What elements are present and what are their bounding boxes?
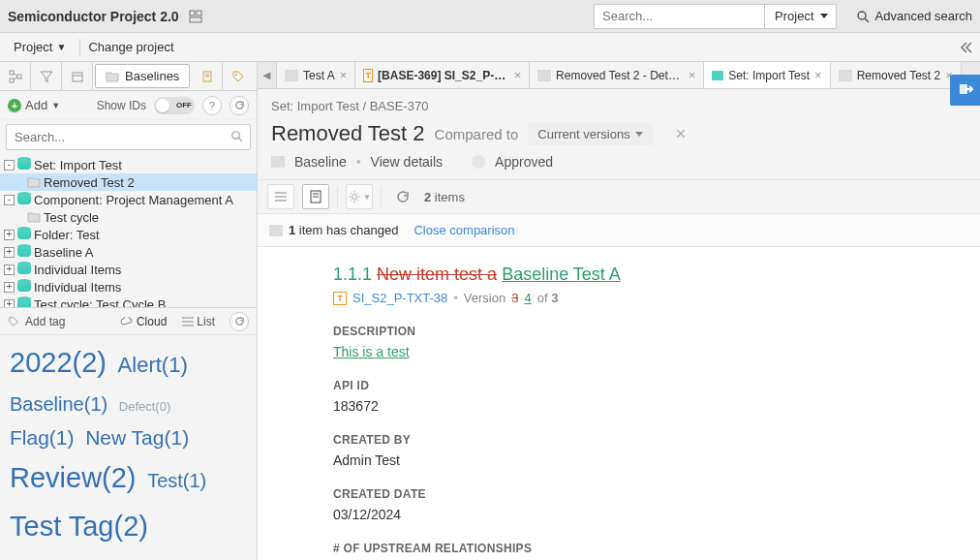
approval-status-dot xyxy=(472,155,485,169)
close-icon[interactable]: × xyxy=(514,68,522,82)
expand-toggle[interactable]: + xyxy=(4,299,15,308)
tab-scroll-left[interactable]: ◄ xyxy=(258,62,277,88)
svg-point-26 xyxy=(352,195,357,200)
svg-line-32 xyxy=(357,200,358,201)
close-icon[interactable]: × xyxy=(689,68,696,82)
editor-tab[interactable]: Removed Test 2 - Details× xyxy=(530,62,704,88)
tree-row[interactable]: Removed Test 2 xyxy=(0,173,257,191)
help-button[interactable]: ? xyxy=(202,96,222,115)
editor-tab[interactable]: Set: Import Test× xyxy=(704,62,830,88)
advanced-search-label: Advanced search xyxy=(875,9,972,23)
tag-cloud-item[interactable]: Defect(0) xyxy=(119,396,170,418)
tag-cloud-item[interactable]: Flag(1) xyxy=(10,420,75,455)
expand-toggle[interactable]: + xyxy=(4,247,15,258)
folder-icon xyxy=(106,71,119,82)
tag-cloud-item[interactable]: Test(1) xyxy=(147,464,206,497)
tree-row[interactable]: +Test cycle: Test Cycle B xyxy=(0,296,257,307)
change-project-link[interactable]: Change project xyxy=(88,40,173,54)
item-id-link[interactable]: SI_S2_P-TXT-38 xyxy=(352,291,447,305)
tag-cloud-item[interactable]: Review(2) xyxy=(10,454,137,502)
tab-label: Removed Test 2 xyxy=(857,69,941,82)
reading-layout-button[interactable] xyxy=(302,184,329,209)
tag-cloud-item[interactable]: Alert(1) xyxy=(118,347,188,383)
expand-toggle[interactable]: - xyxy=(4,195,15,205)
dashboard-icon[interactable] xyxy=(189,10,202,23)
tag-cloud-item[interactable]: New Tag(1) xyxy=(85,420,189,455)
show-ids-toggle[interactable]: OFF xyxy=(154,97,195,114)
set-icon xyxy=(712,71,723,80)
tree-row[interactable]: +Individual Items xyxy=(0,261,257,278)
view-details-link[interactable]: View details xyxy=(371,154,443,170)
project-dropdown[interactable]: Project ▼ xyxy=(8,36,72,58)
breadcrumb-parent[interactable]: Set: Import Test xyxy=(271,99,359,113)
tag-cloud-item[interactable]: 2022(2) xyxy=(10,339,107,387)
tree-row[interactable]: -Set: Import Test xyxy=(0,156,257,173)
baselines-tab[interactable]: Baselines xyxy=(95,64,190,88)
expand-toggle[interactable]: + xyxy=(4,282,15,293)
global-search-input[interactable] xyxy=(595,5,764,27)
collapse-panel-icon[interactable] xyxy=(959,41,972,54)
divider: • xyxy=(356,154,361,170)
tag-cloud-item[interactable]: Baseline(1) xyxy=(10,388,107,420)
tree-row-label: Folder: Test xyxy=(34,228,100,242)
field-apiid-value: 183672 xyxy=(333,398,951,414)
tree-row[interactable]: -Component: Project Management A xyxy=(0,191,257,208)
baselines-label: Baselines xyxy=(125,69,179,83)
tree-row[interactable]: +Folder: Test xyxy=(0,226,257,243)
search-scope-select[interactable]: Project xyxy=(764,5,835,28)
export-button[interactable] xyxy=(950,75,980,106)
explorer-tree-icon[interactable] xyxy=(0,62,31,90)
refresh-tags-button[interactable] xyxy=(230,312,249,331)
tree-row[interactable]: +Individual Items xyxy=(0,278,257,296)
baseline-icon xyxy=(269,225,283,236)
filter-icon[interactable] xyxy=(31,62,62,90)
expand-toggle[interactable]: + xyxy=(4,264,15,275)
releases-icon[interactable] xyxy=(62,62,93,90)
version-select-label: Current versions xyxy=(537,127,629,141)
chevron-down-icon: ▼ xyxy=(51,101,60,110)
tree-search-input[interactable] xyxy=(6,124,251,150)
approval-status-label: Approved xyxy=(495,154,553,170)
close-icon[interactable]: × xyxy=(814,68,822,82)
tree-row[interactable]: Test cycle xyxy=(0,208,257,226)
list-layout-button[interactable] xyxy=(267,184,294,209)
tag-icon[interactable] xyxy=(223,62,254,90)
set-icon xyxy=(17,264,31,274)
expand-toggle[interactable]: + xyxy=(4,230,15,240)
advanced-search-link[interactable]: Advanced search xyxy=(846,9,972,23)
breadcrumb: Set: Import Test / BASE-370 xyxy=(258,89,980,113)
close-icon[interactable]: × xyxy=(340,68,348,82)
divider xyxy=(337,186,338,207)
editor-tab[interactable]: T[BASE-369] SI_S2_P-TXT-38:New it...× xyxy=(355,62,530,88)
field-description-value: This is a test xyxy=(333,344,951,359)
close-compare-x[interactable]: × xyxy=(676,124,687,144)
tree-row-label: Set: Import Test xyxy=(34,158,122,172)
field-apiid-header: API ID xyxy=(333,379,951,392)
close-comparison-link[interactable]: Close comparison xyxy=(413,223,514,237)
cloud-label: Cloud xyxy=(137,315,167,328)
add-label: Add xyxy=(25,98,47,112)
testplans-icon[interactable] xyxy=(192,62,223,90)
list-icon xyxy=(182,317,194,327)
editor-tab[interactable]: Removed Test 2× xyxy=(831,62,962,88)
tree-row[interactable]: +Baseline A xyxy=(0,243,257,261)
app-title: Semiconductor Project 2.0 xyxy=(8,9,179,24)
gear-button[interactable]: ▼ xyxy=(346,184,373,209)
text-type-icon: T xyxy=(363,69,373,82)
add-dropdown[interactable]: + Add ▼ xyxy=(8,98,60,112)
tree-row-label: Test cycle xyxy=(44,210,99,225)
refresh-content-button[interactable] xyxy=(389,184,416,209)
magnifier-icon xyxy=(856,10,870,23)
version-select[interactable]: Current versions xyxy=(528,123,652,145)
add-tag-link[interactable]: Add tag xyxy=(25,315,65,328)
baseline-icon xyxy=(285,70,298,81)
svg-line-15 xyxy=(238,138,242,141)
expand-toggle[interactable]: - xyxy=(4,160,15,171)
list-view-button[interactable]: List xyxy=(177,313,220,330)
editor-tab[interactable]: Test A× xyxy=(277,62,355,88)
page-title: Removed Test 2 xyxy=(271,121,425,146)
baseline-icon xyxy=(839,70,852,81)
tag-cloud-item[interactable]: Test Tag(2) xyxy=(10,503,148,550)
cloud-view-button[interactable]: Cloud xyxy=(115,313,171,330)
refresh-button[interactable] xyxy=(230,96,249,115)
